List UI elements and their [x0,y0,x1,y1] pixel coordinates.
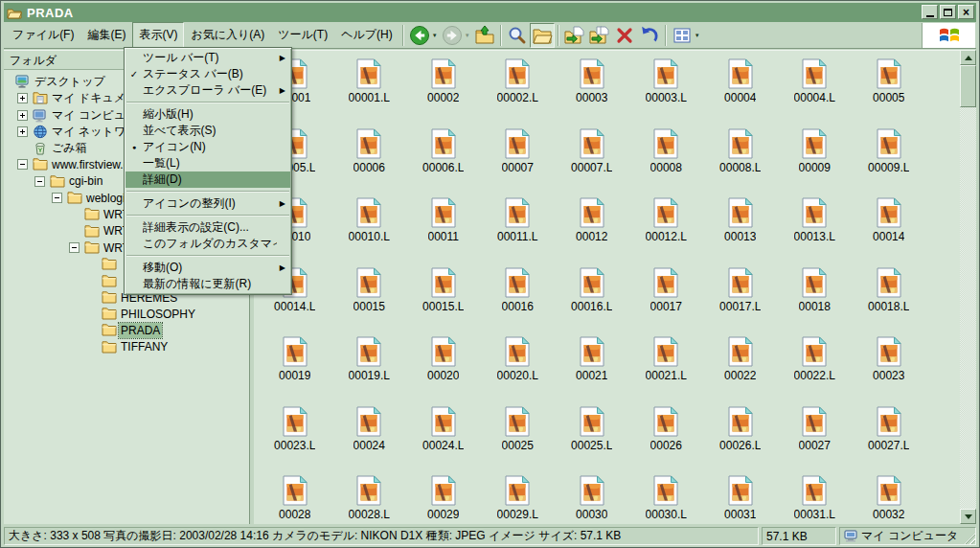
file-item[interactable]: 00012 [555,197,629,267]
file-item[interactable]: 00013.L [778,197,853,267]
move-to-button[interactable] [562,23,587,48]
file-item[interactable]: 00025 [481,406,556,476]
file-item[interactable]: 00020.L [481,336,556,406]
file-item[interactable]: 00005 [852,58,926,128]
view-menu-item-details[interactable]: 詳細(D) [125,171,290,188]
file-item[interactable]: 00023 [852,336,926,406]
file-item[interactable]: 00010.L [332,197,407,267]
file-item[interactable]: 00007 [481,128,556,198]
file-item[interactable]: 00013 [703,197,778,267]
menu-view[interactable]: 表示(V) [132,22,184,48]
file-item[interactable]: 00011.L [481,197,556,267]
expand-icon[interactable] [17,126,28,137]
file-item[interactable]: 00021.L [629,336,704,406]
tree-item-prada[interactable]: PRADA [4,322,249,338]
file-item[interactable]: 00007.L [555,128,629,198]
file-item[interactable]: 00027 [778,406,853,476]
file-item[interactable]: 00027.L [852,406,926,476]
file-item[interactable]: 00026.L [703,406,778,476]
file-item[interactable]: 00022 [703,336,778,406]
file-item[interactable]: 00002.L [481,58,556,128]
file-item[interactable]: 00020 [406,336,481,406]
file-item[interactable]: 00030.L [629,475,704,524]
menu-favorites[interactable]: お気に入り(A) [184,22,271,48]
menu-tools[interactable]: ツール(T) [271,22,334,48]
tree-item-philosophy[interactable]: PHILOSOPHY [4,306,249,322]
file-item[interactable]: 00011 [406,197,481,267]
file-item[interactable]: 00008.L [703,128,778,198]
copy-to-button[interactable] [587,23,612,48]
vertical-scrollbar[interactable] [960,50,976,524]
file-item[interactable]: 00017 [629,267,704,337]
views-button[interactable] [670,23,695,48]
title-bar[interactable]: PRADA × [4,3,976,22]
file-item[interactable]: 00015 [332,267,407,337]
file-item[interactable]: 00003 [555,58,629,128]
file-item[interactable]: 00016.L [555,267,629,337]
file-item[interactable]: 00018 [778,267,853,337]
expand-icon[interactable] [17,93,28,103]
forward-button[interactable] [440,23,465,48]
file-item[interactable]: 00001.L [332,58,407,128]
menu-file[interactable]: ファイル(F) [6,22,80,48]
view-menu-item-arrange-icons[interactable]: アイコンの整列(I)▶ [125,195,290,212]
delete-button[interactable] [612,23,637,48]
folders-button[interactable] [530,23,555,48]
up-button[interactable] [472,23,497,48]
minimize-button[interactable] [922,5,938,19]
view-menu-item-thumbnails[interactable]: 縮小版(H) [125,106,290,123]
back-dropdown-icon[interactable]: ▼ [430,33,440,38]
file-item[interactable]: 00028.L [332,475,407,524]
file-item[interactable]: 00003.L [629,58,704,128]
file-item[interactable]: 00021 [555,336,629,406]
search-button[interactable] [505,23,530,48]
file-item[interactable]: 00018.L [852,267,926,337]
view-menu-item-list[interactable]: 一覧(L) [125,155,290,171]
file-item[interactable]: 00031 [703,475,778,524]
file-item[interactable]: 00014 [852,197,926,267]
scrollbar-thumb[interactable] [960,65,976,107]
view-menu-item-toolbars[interactable]: ツール バー(T)▶ [125,50,290,66]
file-item[interactable]: 00029 [406,475,481,524]
menu-help[interactable]: ヘルプ(H) [334,22,399,48]
file-item[interactable]: 00024 [332,406,407,476]
file-item[interactable]: 00008 [629,128,704,198]
collapse-icon[interactable] [69,242,80,253]
file-item[interactable]: 00023.L [258,406,332,476]
file-item[interactable]: 00019.L [332,336,407,406]
view-menu-item-icons[interactable]: ●アイコン(N) [125,139,290,155]
view-menu-item-go-to[interactable]: 移動(O)▶ [125,260,290,276]
file-item[interactable]: 00006 [332,128,407,198]
file-item[interactable]: 00002 [406,58,481,128]
collapse-icon[interactable] [34,176,45,187]
file-item[interactable]: 00009 [778,128,853,198]
undo-button[interactable] [637,23,662,48]
back-button[interactable] [407,23,432,48]
file-item[interactable]: 00028 [258,475,332,524]
tree-item-tiffany[interactable]: TIFFANY [4,339,249,355]
file-item[interactable]: 00030 [555,475,629,524]
file-item[interactable]: 00016 [481,267,556,337]
menu-edit[interactable]: 編集(E) [80,22,132,48]
file-item[interactable]: 00026 [629,406,704,476]
file-item[interactable]: 00017.L [703,267,778,337]
file-item[interactable]: 00024.L [406,406,481,476]
view-menu-item-refresh[interactable]: 最新の情報に更新(R) [125,276,290,292]
view-menu-item-customize-folder[interactable]: このフォルダのカスタマイズ(F)... [125,236,290,252]
file-item[interactable]: 00012.L [629,197,704,267]
views-dropdown-icon[interactable]: ▼ [693,33,702,38]
maximize-button[interactable] [940,5,956,19]
collapse-icon[interactable] [52,193,62,203]
scroll-down-button[interactable] [960,509,976,524]
file-item[interactable]: 00019 [258,336,332,406]
file-item[interactable]: 00009.L [852,128,926,198]
scroll-up-button[interactable] [960,50,976,65]
close-button[interactable]: × [958,5,974,19]
file-item[interactable]: 00032 [852,475,926,524]
file-item[interactable]: 00004 [703,58,778,128]
file-item[interactable]: 00006.L [406,128,481,198]
file-item[interactable]: 00029.L [481,475,556,524]
file-item[interactable]: 00015.L [406,267,481,337]
resize-grip[interactable] [963,532,975,544]
file-item[interactable]: 00031.L [778,475,853,524]
